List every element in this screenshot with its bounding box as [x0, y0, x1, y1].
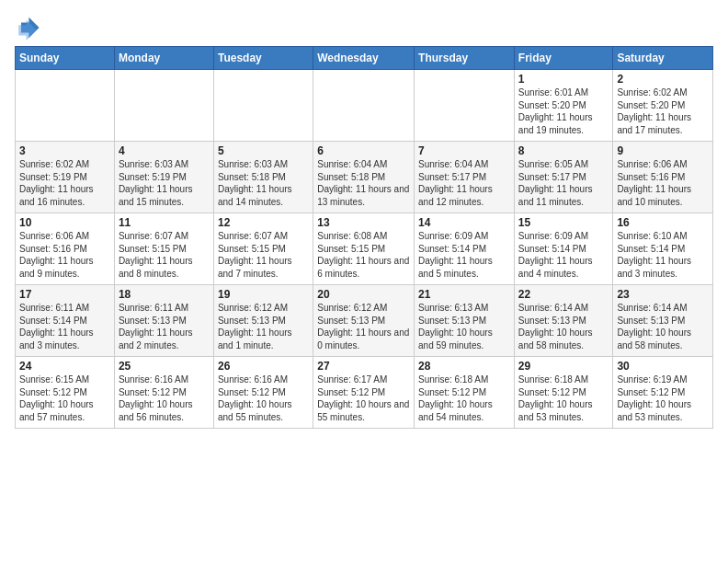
day-number: 17	[19, 288, 110, 301]
calendar-week-5: 24Sunrise: 6:15 AM Sunset: 5:12 PM Dayli…	[16, 357, 713, 429]
day-info: Sunrise: 6:16 AM Sunset: 5:12 PM Dayligh…	[119, 373, 210, 423]
day-info: Sunrise: 6:12 AM Sunset: 5:13 PM Dayligh…	[218, 302, 309, 351]
day-info: Sunrise: 6:03 AM Sunset: 5:18 PM Dayligh…	[218, 158, 309, 208]
day-number: 6	[317, 144, 410, 157]
day-info: Sunrise: 6:07 AM Sunset: 5:15 PM Dayligh…	[119, 230, 210, 280]
day-number: 8	[518, 144, 609, 157]
calendar-body: 1Sunrise: 6:01 AM Sunset: 5:20 PM Daylig…	[16, 70, 713, 429]
day-number: 26	[218, 360, 309, 373]
calendar-cell: 30Sunrise: 6:19 AM Sunset: 5:12 PM Dayli…	[613, 357, 713, 429]
day-number: 27	[317, 360, 410, 373]
calendar-cell: 21Sunrise: 6:13 AM Sunset: 5:13 PM Dayli…	[415, 285, 515, 357]
header-row	[15, 11, 713, 40]
day-info: Sunrise: 6:06 AM Sunset: 5:16 PM Dayligh…	[19, 230, 110, 280]
calendar-cell: 15Sunrise: 6:09 AM Sunset: 5:14 PM Dayli…	[514, 213, 613, 285]
day-info: Sunrise: 6:09 AM Sunset: 5:14 PM Dayligh…	[518, 230, 609, 280]
weekday-row: SundayMondayTuesdayWednesdayThursdayFrid…	[16, 47, 713, 70]
day-info: Sunrise: 6:08 AM Sunset: 5:15 PM Dayligh…	[317, 230, 410, 280]
calendar-cell: 1Sunrise: 6:01 AM Sunset: 5:20 PM Daylig…	[514, 70, 613, 142]
day-info: Sunrise: 6:04 AM Sunset: 5:18 PM Dayligh…	[317, 158, 410, 208]
day-info: Sunrise: 6:10 AM Sunset: 5:14 PM Dayligh…	[617, 230, 709, 280]
day-info: Sunrise: 6:04 AM Sunset: 5:17 PM Dayligh…	[418, 158, 510, 208]
calendar-cell: 4Sunrise: 6:03 AM Sunset: 5:19 PM Daylig…	[114, 142, 213, 213]
day-info: Sunrise: 6:06 AM Sunset: 5:16 PM Dayligh…	[617, 158, 709, 208]
day-info: Sunrise: 6:11 AM Sunset: 5:13 PM Dayligh…	[119, 302, 210, 351]
day-number: 21	[418, 288, 510, 301]
day-info: Sunrise: 6:14 AM Sunset: 5:13 PM Dayligh…	[518, 302, 609, 351]
day-info: Sunrise: 6:16 AM Sunset: 5:12 PM Dayligh…	[218, 373, 309, 423]
calendar-cell: 5Sunrise: 6:03 AM Sunset: 5:18 PM Daylig…	[213, 142, 313, 213]
day-number: 5	[218, 144, 309, 157]
day-info: Sunrise: 6:01 AM Sunset: 5:20 PM Dayligh…	[518, 86, 609, 136]
calendar-cell: 12Sunrise: 6:07 AM Sunset: 5:15 PM Dayli…	[213, 213, 313, 285]
calendar-week-4: 17Sunrise: 6:11 AM Sunset: 5:14 PM Dayli…	[16, 285, 713, 357]
calendar-cell	[114, 70, 213, 142]
day-number: 24	[19, 360, 110, 373]
calendar-cell: 6Sunrise: 6:04 AM Sunset: 5:18 PM Daylig…	[313, 142, 415, 213]
calendar-cell: 17Sunrise: 6:11 AM Sunset: 5:14 PM Dayli…	[16, 285, 115, 357]
calendar-cell: 2Sunrise: 6:02 AM Sunset: 5:20 PM Daylig…	[613, 70, 713, 142]
day-number: 14	[418, 216, 510, 229]
weekday-header-thursday: Thursday	[415, 47, 515, 70]
day-number: 4	[119, 144, 210, 157]
day-number: 7	[418, 144, 510, 157]
weekday-header-saturday: Saturday	[613, 47, 713, 70]
day-number: 15	[518, 216, 609, 229]
calendar-cell: 3Sunrise: 6:02 AM Sunset: 5:19 PM Daylig…	[16, 142, 115, 213]
day-info: Sunrise: 6:05 AM Sunset: 5:17 PM Dayligh…	[518, 158, 609, 208]
calendar-cell: 22Sunrise: 6:14 AM Sunset: 5:13 PM Dayli…	[514, 285, 613, 357]
calendar-cell: 23Sunrise: 6:14 AM Sunset: 5:13 PM Dayli…	[613, 285, 713, 357]
calendar-week-2: 3Sunrise: 6:02 AM Sunset: 5:19 PM Daylig…	[16, 142, 713, 213]
day-info: Sunrise: 6:02 AM Sunset: 5:19 PM Dayligh…	[19, 158, 110, 208]
calendar-cell: 14Sunrise: 6:09 AM Sunset: 5:14 PM Dayli…	[415, 213, 515, 285]
day-number: 13	[317, 216, 410, 229]
calendar-cell: 8Sunrise: 6:05 AM Sunset: 5:17 PM Daylig…	[514, 142, 613, 213]
day-number: 19	[218, 288, 309, 301]
day-info: Sunrise: 6:18 AM Sunset: 5:12 PM Dayligh…	[418, 373, 510, 423]
calendar-cell: 19Sunrise: 6:12 AM Sunset: 5:13 PM Dayli…	[213, 285, 313, 357]
day-number: 11	[119, 216, 210, 229]
day-info: Sunrise: 6:14 AM Sunset: 5:13 PM Dayligh…	[617, 302, 709, 351]
day-info: Sunrise: 6:15 AM Sunset: 5:12 PM Dayligh…	[19, 373, 110, 423]
calendar-cell	[16, 70, 115, 142]
day-info: Sunrise: 6:02 AM Sunset: 5:20 PM Dayligh…	[617, 86, 709, 136]
day-number: 18	[119, 288, 210, 301]
page: SundayMondayTuesdayWednesdayThursdayFrid…	[0, 0, 728, 436]
day-number: 16	[617, 216, 709, 229]
calendar-cell	[313, 70, 415, 142]
weekday-header-tuesday: Tuesday	[213, 47, 313, 70]
day-number: 9	[617, 144, 709, 157]
calendar-cell: 25Sunrise: 6:16 AM Sunset: 5:12 PM Dayli…	[114, 357, 213, 429]
calendar-cell: 11Sunrise: 6:07 AM Sunset: 5:15 PM Dayli…	[114, 213, 213, 285]
day-number: 30	[617, 360, 709, 373]
calendar-cell: 7Sunrise: 6:04 AM Sunset: 5:17 PM Daylig…	[415, 142, 515, 213]
day-number: 28	[418, 360, 510, 373]
calendar-cell	[415, 70, 515, 142]
weekday-header-monday: Monday	[114, 47, 213, 70]
day-number: 22	[518, 288, 609, 301]
calendar-cell: 10Sunrise: 6:06 AM Sunset: 5:16 PM Dayli…	[16, 213, 115, 285]
day-info: Sunrise: 6:17 AM Sunset: 5:12 PM Dayligh…	[317, 373, 410, 423]
day-info: Sunrise: 6:13 AM Sunset: 5:13 PM Dayligh…	[418, 302, 510, 351]
calendar-cell: 16Sunrise: 6:10 AM Sunset: 5:14 PM Dayli…	[613, 213, 713, 285]
calendar-cell: 13Sunrise: 6:08 AM Sunset: 5:15 PM Dayli…	[313, 213, 415, 285]
weekday-header-sunday: Sunday	[16, 47, 115, 70]
day-info: Sunrise: 6:03 AM Sunset: 5:19 PM Dayligh…	[119, 158, 210, 208]
day-number: 3	[19, 144, 110, 157]
day-number: 1	[518, 73, 609, 86]
day-number: 29	[518, 360, 609, 373]
day-number: 25	[119, 360, 210, 373]
day-info: Sunrise: 6:09 AM Sunset: 5:14 PM Dayligh…	[418, 230, 510, 280]
calendar-cell: 20Sunrise: 6:12 AM Sunset: 5:13 PM Dayli…	[313, 285, 415, 357]
day-info: Sunrise: 6:07 AM Sunset: 5:15 PM Dayligh…	[218, 230, 309, 280]
calendar-table: SundayMondayTuesdayWednesdayThursdayFrid…	[15, 46, 713, 429]
day-info: Sunrise: 6:12 AM Sunset: 5:13 PM Dayligh…	[317, 302, 410, 351]
calendar-week-1: 1Sunrise: 6:01 AM Sunset: 5:20 PM Daylig…	[16, 70, 713, 142]
calendar-cell	[213, 70, 313, 142]
day-info: Sunrise: 6:19 AM Sunset: 5:12 PM Dayligh…	[617, 373, 709, 423]
day-number: 20	[317, 288, 410, 301]
day-number: 23	[617, 288, 709, 301]
calendar-cell: 24Sunrise: 6:15 AM Sunset: 5:12 PM Dayli…	[16, 357, 115, 429]
calendar-cell: 27Sunrise: 6:17 AM Sunset: 5:12 PM Dayli…	[313, 357, 415, 429]
calendar-week-3: 10Sunrise: 6:06 AM Sunset: 5:16 PM Dayli…	[16, 213, 713, 285]
